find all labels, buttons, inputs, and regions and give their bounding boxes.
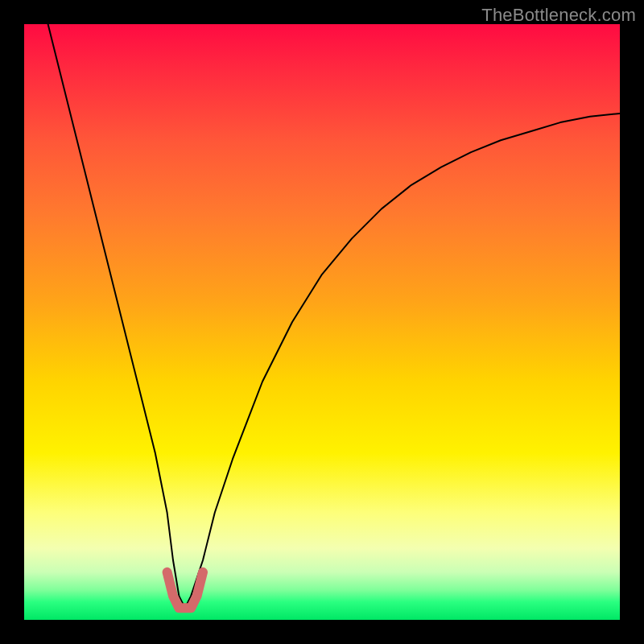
watermark-text: TheBottleneck.com	[481, 5, 636, 26]
bottleneck-curve	[48, 24, 620, 608]
valley-marker	[167, 572, 203, 608]
chart-plot-area	[24, 24, 620, 620]
chart-frame: TheBottleneck.com	[0, 0, 644, 644]
chart-svg	[24, 24, 620, 620]
